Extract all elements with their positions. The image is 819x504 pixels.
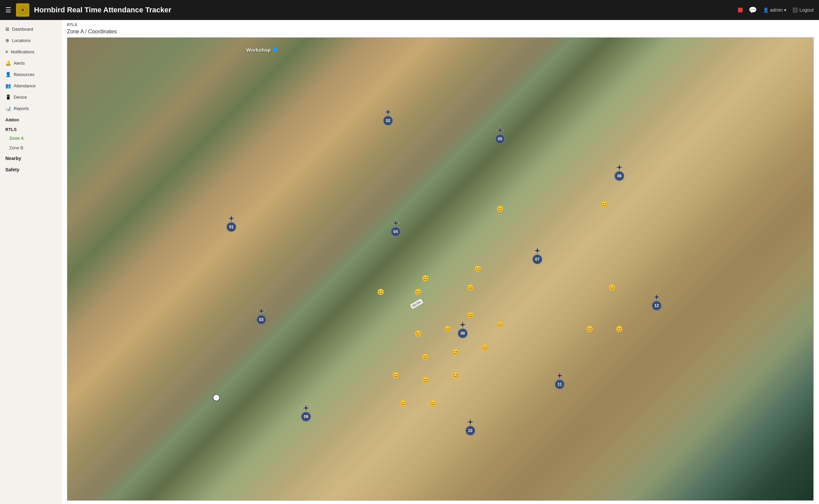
person-icon-19[interactable]: 😊 — [429, 400, 437, 407]
person-icon-1[interactable]: 😊 — [601, 201, 608, 208]
app-logo: H — [16, 3, 29, 17]
map-background: Workshop 01 02 03 04 05 06 07 08 09 10 — [67, 38, 813, 500]
reports-icon: 📊 — [5, 106, 11, 111]
svg-point-21 — [469, 421, 472, 423]
sidebar-item-reports[interactable]: 📊 Reports — [0, 103, 61, 114]
svg-point-5 — [387, 111, 389, 113]
person-icon-21[interactable]: 😊 — [616, 325, 623, 333]
logout-icon: ⬛ — [792, 7, 798, 13]
workshop-dot — [273, 47, 277, 52]
marker-11[interactable]: 11 — [555, 371, 565, 389]
sidebar-label-reports: Reports — [14, 106, 29, 111]
marker-badge-07: 07 — [532, 254, 542, 264]
sidebar-item-locations[interactable]: ⊕ Locations — [0, 35, 61, 46]
person-icon-12[interactable]: 😊 — [422, 353, 429, 361]
white-circle-marker[interactable] — [213, 394, 220, 401]
marker-badge-03: 03 — [256, 315, 266, 325]
person-icon-9[interactable]: 😊 — [444, 325, 451, 333]
marker-08[interactable]: 08 — [458, 320, 468, 338]
marker-09[interactable]: 09 — [301, 403, 311, 422]
marker-badge-01: 01 — [226, 222, 236, 232]
person-icon-15[interactable]: 😊 — [392, 372, 399, 379]
alert-indicator[interactable] — [738, 8, 743, 12]
topnav: ☰ H Hornbird Real Time Attendance Tracke… — [0, 0, 819, 20]
marker-badge-12: 12 — [652, 301, 662, 311]
sidebar-item-zone-a[interactable]: Zone A — [0, 133, 61, 143]
marker-06[interactable]: 06 — [614, 162, 624, 181]
sidebar-item-device[interactable]: 📱 Device — [0, 91, 61, 103]
sidebar-item-resources[interactable]: 👤 Resources — [0, 69, 61, 80]
topnav-right: 💬 👤 admin ▾ ⬛ Logout — [738, 6, 814, 14]
marker-badge-11: 11 — [555, 379, 565, 389]
person-icon-6[interactable]: 😊 — [474, 265, 481, 273]
marker-07[interactable]: 07 — [532, 246, 542, 264]
sidebar-label-locations: Locations — [12, 38, 31, 43]
sidebar: ⊞ Dashboard ⊕ Locations ≡ Notifications … — [0, 20, 62, 504]
logout-button[interactable]: ⬛ Logout — [792, 7, 814, 13]
marker-04[interactable]: 04 — [391, 218, 401, 237]
svg-point-17 — [461, 323, 464, 326]
sidebar-item-notifications[interactable]: ≡ Notifications — [0, 46, 61, 57]
person-icon-10[interactable]: 😊 — [467, 312, 474, 319]
person-icon-16[interactable]: 😊 — [422, 376, 429, 384]
workshop-label: Workshop — [246, 47, 277, 53]
svg-point-3 — [230, 217, 233, 220]
svg-point-19 — [305, 407, 307, 409]
person-icon-14[interactable]: 😊 — [481, 344, 489, 351]
svg-point-23 — [558, 374, 561, 377]
resources-icon: 👤 — [5, 72, 11, 77]
user-label: admin — [770, 7, 783, 13]
marker-badge-10: 10 — [465, 426, 475, 436]
breadcrumb: RTLS — [62, 20, 819, 27]
sidebar-item-zone-b[interactable]: Zone B — [0, 143, 61, 153]
sidebar-item-safety[interactable]: Safety — [0, 164, 61, 175]
device-icon: 📱 — [5, 94, 11, 100]
marker-badge-08: 08 — [458, 328, 468, 338]
sidebar-item-nearby[interactable]: Nearby — [0, 153, 61, 164]
dashboard-icon: ⊞ — [5, 26, 9, 32]
marker-12[interactable]: 12 — [652, 292, 662, 311]
map-container[interactable]: Workshop 01 02 03 04 05 06 07 08 09 10 — [67, 37, 814, 501]
sidebar-item-dashboard[interactable]: ⊞ Dashboard — [0, 23, 61, 35]
workshop-text: Workshop — [246, 47, 271, 53]
person-icon-17[interactable]: 😊 — [452, 372, 459, 379]
marker-02[interactable]: 02 — [383, 107, 393, 126]
marker-01[interactable]: 01 — [226, 213, 236, 232]
sidebar-item-attendance[interactable]: 👥 Attendance — [0, 80, 61, 91]
addon-section-title: Addon — [0, 114, 61, 124]
sidebar-label-dashboard: Dashboard — [12, 27, 33, 32]
locations-icon: ⊕ — [5, 38, 9, 43]
person-icon-5[interactable]: 😊 — [422, 275, 429, 282]
person-icon-3[interactable]: 😊 — [414, 288, 422, 296]
sidebar-item-alerts[interactable]: 🔔 Alerts — [0, 57, 61, 69]
person-icon-20[interactable]: 😊 — [586, 325, 593, 333]
chevron-down-icon: ▾ — [784, 7, 786, 13]
sidebar-label-resources: Resources — [14, 72, 34, 77]
marker-badge-09: 09 — [301, 412, 311, 422]
user-menu[interactable]: 👤 admin ▾ — [763, 7, 786, 13]
user-icon: 👤 — [763, 7, 769, 13]
person-icon-18[interactable]: 😊 — [399, 400, 407, 407]
svg-text:H: H — [21, 8, 24, 12]
person-icon-7[interactable]: 😊 — [608, 284, 616, 291]
marker-03[interactable]: 03 — [256, 306, 266, 325]
chat-icon[interactable]: 💬 — [749, 6, 757, 14]
main-content: RTLS Zone A / Coordinates Workshop 01 02… — [62, 20, 819, 504]
person-icon-0[interactable]: 😊 — [496, 205, 504, 213]
person-icon-11[interactable]: 😊 — [496, 321, 504, 328]
distance-label: 60.0m — [410, 299, 423, 309]
marker-badge-06: 06 — [614, 171, 624, 181]
rtls-section-title: RTLS — [0, 124, 61, 133]
marker-badge-04: 04 — [391, 227, 401, 237]
person-icon-8[interactable]: 😊 — [414, 330, 422, 337]
sidebar-label-notifications: Notifications — [11, 49, 34, 54]
marker-05[interactable]: 05 — [495, 125, 505, 144]
person-icon-13[interactable]: 😊 — [452, 349, 459, 356]
marker-10[interactable]: 10 — [465, 417, 475, 436]
person-icon-4[interactable]: 😊 — [467, 284, 474, 291]
app-title: Hornbird Real Time Attendance Tracker — [34, 6, 733, 14]
svg-point-7 — [260, 310, 263, 312]
person-icon-2[interactable]: 😊 — [377, 288, 384, 296]
alerts-icon: 🔔 — [5, 60, 11, 66]
hamburger-icon[interactable]: ☰ — [5, 6, 11, 14]
